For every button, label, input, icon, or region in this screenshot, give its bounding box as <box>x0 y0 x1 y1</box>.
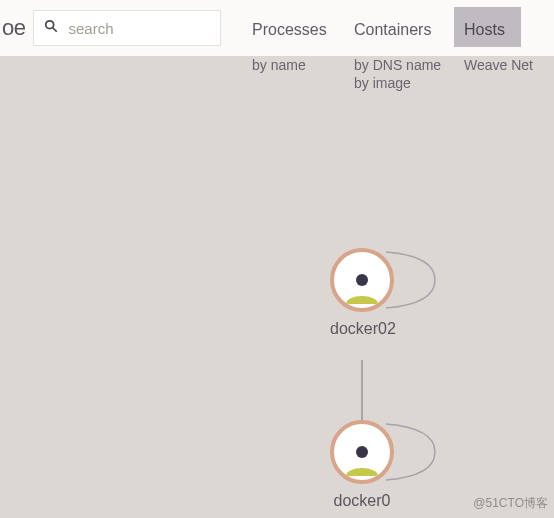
watermark-text: @51CTO博客 <box>473 495 548 512</box>
node-metric-arc-icon <box>346 296 378 304</box>
tab-containers[interactable]: Containers <box>344 7 447 47</box>
logo-fragment: oe <box>0 15 33 41</box>
host-node-docker0x[interactable]: docker0 <box>330 420 394 510</box>
host-node-docker02[interactable]: docker02 <box>330 248 396 338</box>
tab-hosts[interactable]: Hosts <box>454 7 521 47</box>
host-node-label: docker02 <box>330 320 396 338</box>
host-node-label: docker0 <box>330 492 394 510</box>
svg-line-1 <box>53 28 57 32</box>
search-icon <box>44 19 68 37</box>
tab-processes[interactable]: Processes <box>242 7 343 47</box>
node-metric-arc-icon <box>346 468 378 476</box>
host-node-circle-icon <box>330 248 394 312</box>
search-input[interactable] <box>68 20 210 37</box>
search-box[interactable] <box>33 10 221 46</box>
node-dot-icon <box>356 446 368 458</box>
topology-canvas[interactable]: docker02 docker0 <box>0 56 554 518</box>
host-node-circle-icon <box>330 420 394 484</box>
node-dot-icon <box>356 274 368 286</box>
